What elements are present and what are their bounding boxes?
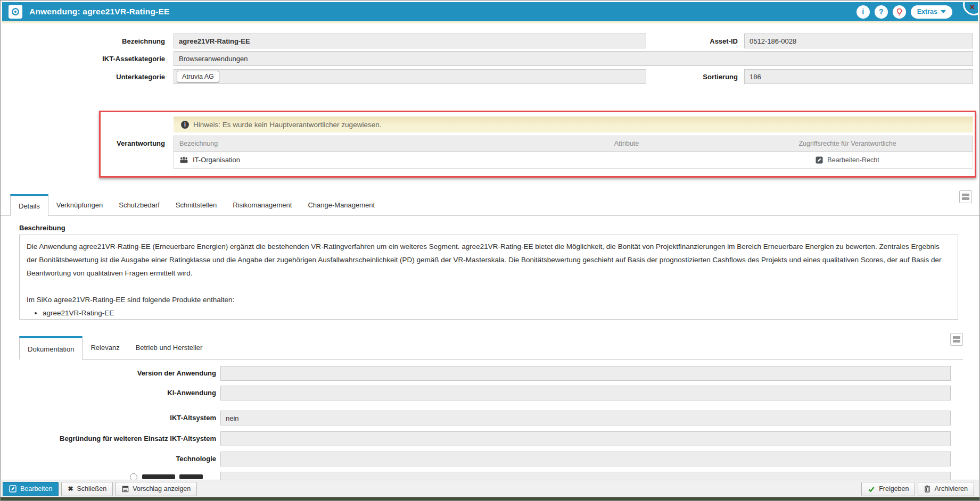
beschreibung-paragraph: Die Anwendung agree21VR-Rating-EE (Erneu…	[27, 240, 951, 280]
extras-dropdown[interactable]: Extras	[911, 5, 952, 19]
sortierung-value: 186	[750, 73, 761, 81]
tab-relevanz[interactable]: Relevanz	[83, 336, 127, 359]
verantwortung-table-header: Bezeichnung Attribute Zugriffsrechte für…	[174, 136, 973, 152]
tab-schnittstellen[interactable]: Schnittstellen	[168, 194, 225, 215]
asset-id-label: Asset-ID	[599, 37, 738, 45]
technologie-field[interactable]	[220, 452, 951, 466]
header-accent-strip	[2, 21, 978, 23]
target-app-icon	[9, 5, 22, 19]
unterkategorie-field[interactable]: Atruvia AG	[174, 69, 646, 84]
attribute-cell	[531, 152, 722, 168]
panel-options-icon	[953, 336, 960, 339]
tab-risikomanagement[interactable]: Risikomanagement	[225, 194, 300, 215]
verantwortung-label: Verantwortung	[27, 139, 165, 147]
archivieren-button[interactable]: Archivieren	[918, 482, 974, 496]
tab-change-management[interactable]: Change-Management	[300, 194, 383, 215]
bezeichnung-field[interactable]: agree21VR-Rating-EE	[174, 34, 646, 48]
list-item: agree21VR-Rating-EE	[43, 306, 951, 320]
verantwortung-table: Bezeichnung Attribute Zugriffsrechte für…	[174, 136, 973, 169]
begruendung-ikt-altsystem-field[interactable]	[220, 431, 951, 446]
version-der-anwendung-label: Version der Anwendung	[14, 369, 216, 377]
tab-verknuepfungen[interactable]: Verknüpfungen	[48, 194, 111, 215]
ki-anwendung-field[interactable]	[220, 386, 951, 400]
clipped-label-text	[179, 474, 203, 479]
page-title: Anwendung: agree21VR-Rating-EE	[29, 7, 170, 16]
vorschlag-anzeigen-button[interactable]: Vorschlag anzeigen	[116, 482, 197, 496]
responsible-name: IT-Organisation	[193, 156, 240, 164]
organization-group-icon	[179, 156, 188, 163]
sortierung-label: Sortierung	[599, 73, 738, 81]
ikt-assetkategorie-value: Browseranwendungen	[179, 55, 248, 63]
edit-right-icon	[816, 156, 823, 164]
title-bar: Anwendung: agree21VR-Rating-EE i ? Extra…	[2, 2, 978, 21]
tab-details[interactable]: Details	[10, 194, 48, 216]
unterkategorie-chip[interactable]: Atruvia AG	[177, 71, 219, 82]
main-tabbar: Details Verknüpfungen Schutzbedarf Schni…	[1, 194, 979, 216]
hinweis-text: Hinweis: Es wurde kein Hauptverantwortli…	[193, 121, 381, 129]
info-button[interactable]: i	[857, 5, 870, 19]
pencil-square-icon	[9, 485, 17, 492]
bearbeiten-button[interactable]: Bearbeiten	[3, 482, 59, 496]
panel-options-button-2[interactable]	[950, 333, 963, 346]
lightbulb-icon	[895, 8, 903, 16]
sub-tabbar: Dokumentation Relevanz Betrieb und Herst…	[19, 336, 963, 360]
unterkategorie-label: Unterkategorie	[27, 73, 165, 81]
version-der-anwendung-field[interactable]	[220, 366, 951, 381]
ikt-assetkategorie-field[interactable]: Browseranwendungen	[174, 51, 973, 66]
schliessen-button[interactable]: ✖ Schließen	[61, 482, 113, 496]
beschreibung-textarea[interactable]: Die Anwendung agree21VR-Rating-EE (Erneu…	[19, 235, 958, 320]
hint-toggle-button[interactable]	[893, 5, 906, 19]
produkte-intro: Im SiKo agree21VR-Rating-EE sind folgend…	[27, 293, 951, 306]
help-button[interactable]: ?	[875, 5, 888, 19]
info-icon: i	[862, 7, 864, 16]
extras-label: Extras	[917, 8, 937, 15]
tab-betrieb-und-hersteller[interactable]: Betrieb und Hersteller	[128, 336, 211, 359]
ikt-altsystem-field[interactable]: nein	[220, 411, 951, 425]
bezeichnung-label: Bezeichnung	[27, 37, 165, 45]
chevron-down-icon	[941, 10, 946, 13]
asset-id-value: 0512-186-0028	[750, 37, 796, 45]
hinweis-info-icon: i	[181, 121, 189, 129]
window-bottom-strip	[1, 497, 979, 500]
bezeichnung-value: agree21VR-Rating-EE	[179, 37, 250, 45]
help-icon: ?	[879, 7, 884, 16]
column-attribute: Attribute	[531, 136, 722, 151]
edit-right-label[interactable]: Bearbeiten-Recht	[827, 156, 879, 164]
trash-icon	[924, 485, 930, 492]
freigeben-button[interactable]: Freigeben	[861, 482, 915, 496]
begruendung-ikt-altsystem-label: Begründung für weiteren Einsatz IKT-Alts…	[14, 435, 216, 442]
asset-id-field[interactable]: 0512-186-0028	[744, 34, 973, 48]
column-zugriffsrechte: Zugriffsrechte für Verantwortliche	[722, 136, 973, 151]
ikt-assetkategorie-label: IKT-Assetkategorie	[27, 55, 165, 63]
clipped-label-text	[142, 474, 175, 479]
titlebar-actions: i ? Extras	[857, 5, 971, 19]
sortierung-field[interactable]: 186	[744, 69, 973, 84]
ikt-altsystem-label: IKT-Altsystem	[14, 414, 216, 422]
column-bezeichnung: Bezeichnung	[174, 136, 531, 151]
check-icon	[868, 486, 875, 492]
technologie-label: Technologie	[14, 455, 216, 463]
list-document-icon	[122, 486, 129, 492]
close-icon: ✕	[969, 3, 975, 11]
table-row[interactable]: IT-Organisation Bearbeiten-Recht	[174, 152, 973, 169]
footer-toolbar: Bearbeiten ✖ Schließen Vorschlag anzeige…	[1, 480, 979, 497]
ki-anwendung-label: KI-Anwendung	[14, 389, 216, 397]
tab-schutzbedarf[interactable]: Schutzbedarf	[111, 194, 168, 215]
panel-options-button[interactable]	[959, 190, 972, 203]
application-window: Anwendung: agree21VR-Rating-EE i ? Extra…	[0, 0, 980, 501]
panel-options-icon	[962, 194, 969, 196]
beschreibung-label: Beschreibung	[19, 224, 65, 232]
tab-dokumentation[interactable]: Dokumentation	[19, 336, 83, 360]
close-x-icon: ✖	[68, 485, 73, 492]
hinweis-banner: i Hinweis: Es wurde kein Hauptverantwort…	[174, 116, 973, 132]
produkte-list: agree21VR-Rating-EE	[43, 306, 951, 320]
